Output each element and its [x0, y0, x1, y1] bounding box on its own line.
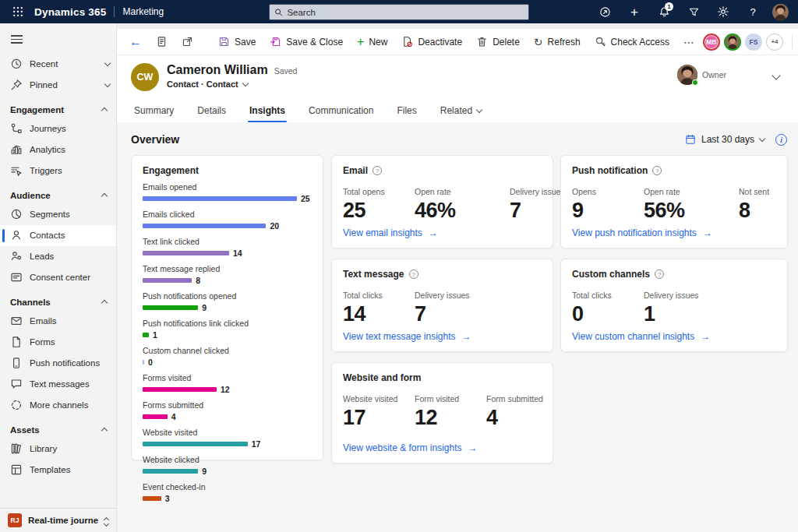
user-avatar[interactable]: [772, 4, 789, 20]
sidebar-item-recent[interactable]: Recent: [0, 54, 116, 75]
sidebar-item-forms[interactable]: Forms: [0, 332, 116, 353]
sidebar-item-label: Triggers: [30, 166, 110, 175]
bar: [143, 442, 248, 447]
divider: [792, 35, 793, 49]
new-button[interactable]: + New: [351, 33, 394, 51]
arrow-right-icon: →: [703, 227, 712, 238]
tab-communication[interactable]: Communication: [307, 100, 375, 122]
deactivate-icon: [401, 36, 413, 48]
help-icon[interactable]: ?: [655, 270, 664, 279]
card-title: Engagement: [143, 165, 199, 176]
sidebar-item-journeys[interactable]: Journeys: [0, 118, 116, 139]
sidebar-item-triggers[interactable]: Triggers: [0, 160, 116, 181]
notifications-icon[interactable]: 1: [654, 2, 674, 21]
tab-files[interactable]: Files: [395, 100, 418, 122]
refresh-button[interactable]: ↻ Refresh: [528, 33, 587, 51]
open-in-new-window-button[interactable]: [175, 32, 200, 51]
bar-value: 1: [153, 330, 157, 340]
save-and-close-button[interactable]: Save & Close: [263, 32, 349, 51]
metric-label: Open rate: [415, 187, 499, 196]
hamburger-menu-icon[interactable]: [0, 23, 116, 51]
tab-related[interactable]: Related: [439, 100, 483, 122]
sidebar-item-analytics[interactable]: Analytics: [0, 139, 116, 160]
tab-summary[interactable]: Summary: [132, 100, 175, 122]
sidebar-section-channels[interactable]: Channels: [0, 288, 116, 311]
sidebar-section-engagement[interactable]: Engagement: [0, 96, 116, 118]
view-text-message-insights-link[interactable]: View text message insights→: [343, 331, 542, 342]
bar-label: Text message replied: [143, 264, 312, 274]
section-title: Audience: [10, 191, 51, 200]
sidebar-item-push-notifications[interactable]: Push notifications: [0, 353, 116, 374]
brand-divider: [114, 6, 115, 17]
collaborator-avatar-photo[interactable]: [724, 33, 741, 51]
button-label: Save: [235, 37, 256, 48]
app-title[interactable]: Dynamics 365: [34, 6, 106, 18]
app-switcher-label: Real-time journey..: [28, 516, 98, 525]
tab-details[interactable]: Details: [196, 100, 228, 122]
search-input[interactable]: [287, 8, 524, 17]
sidebar-item-text-messages[interactable]: Text messages: [0, 374, 116, 395]
info-icon[interactable]: i: [775, 134, 787, 146]
more-commands-button[interactable]: ⋯: [677, 32, 701, 52]
owner-field[interactable]: Owner: [677, 65, 726, 85]
help-icon[interactable]: ?: [743, 2, 763, 21]
collaborator-avatar-fs[interactable]: FS: [745, 33, 762, 51]
sidebar-item-label: Analytics: [30, 145, 110, 154]
sidebar-item-templates[interactable]: Templates: [0, 460, 116, 481]
filter-icon[interactable]: [683, 2, 704, 21]
site-map-sidebar: Recent Pinned Engagement Journeys: [0, 23, 117, 532]
bar-label: Forms visited: [143, 373, 312, 383]
view-website-form-insights-link[interactable]: View website & form insights→: [343, 442, 542, 453]
metric-label: Total clicks: [572, 291, 633, 300]
sidebar-item-consent-center[interactable]: Consent center: [0, 267, 116, 288]
entity-path: Contact · Contact: [167, 79, 238, 89]
collaborator-avatar-overflow[interactable]: +4: [766, 33, 783, 51]
sidebar-item-pinned[interactable]: Pinned: [0, 75, 116, 96]
deactivate-button[interactable]: Deactivate: [395, 32, 468, 51]
sidebar-item-more-channels[interactable]: More channels: [0, 395, 116, 416]
sidebar-section-audience[interactable]: Audience: [0, 181, 116, 204]
metric-value: 56%: [644, 199, 728, 223]
delete-button[interactable]: Delete: [470, 32, 526, 51]
help-icon[interactable]: ?: [373, 166, 382, 175]
form-selector-button[interactable]: [150, 32, 174, 51]
arrow-right-icon: →: [462, 331, 471, 342]
metric-value: 8: [739, 199, 798, 223]
save-button[interactable]: Save: [212, 32, 262, 51]
sidebar-item-emails[interactable]: Emails: [0, 311, 116, 332]
entity-selector[interactable]: Contact · Contact: [167, 79, 297, 89]
metric-label: Open rate: [644, 187, 728, 196]
bar: [143, 305, 198, 311]
metric-value: 12: [415, 406, 475, 430]
add-icon[interactable]: +: [624, 2, 644, 21]
app-switcher[interactable]: RJ Real-time journey..: [0, 508, 116, 532]
arrow-right-icon: →: [429, 227, 438, 238]
view-custom-channel-insights-link[interactable]: View custom channel insights→: [572, 331, 776, 342]
help-icon[interactable]: ?: [652, 166, 662, 175]
header-expand-button[interactable]: [770, 65, 782, 85]
back-button[interactable]: ←: [123, 31, 148, 53]
date-range-filter[interactable]: Last 30 days: [685, 134, 764, 145]
tab-insights[interactable]: Insights: [248, 100, 287, 122]
button-label: Check Access: [611, 37, 669, 48]
view-push-insights-link[interactable]: View push notification insights→: [572, 227, 776, 238]
view-email-insights-link[interactable]: View email insights→: [343, 227, 542, 238]
waffle-menu-icon[interactable]: [8, 3, 28, 20]
text-message-insights-card: Text message ? Total clicks14 Delivery i…: [331, 259, 553, 352]
sidebar-item-segments[interactable]: Segments: [0, 204, 116, 225]
help-icon[interactable]: ?: [409, 270, 418, 279]
settings-gear-icon[interactable]: [713, 2, 733, 21]
check-access-button[interactable]: Check Access: [588, 32, 676, 51]
sidebar-item-contacts[interactable]: Contacts: [0, 225, 116, 246]
global-search[interactable]: [269, 4, 529, 20]
area-name[interactable]: Marketing: [122, 6, 164, 17]
bar-value: 12: [221, 385, 230, 394]
quick-launch-icon[interactable]: [595, 2, 615, 21]
bar: [143, 496, 161, 502]
collaborator-avatar-mb[interactable]: MB: [703, 33, 720, 51]
sidebar-section-assets[interactable]: Assets: [0, 416, 116, 439]
sidebar-item-leads[interactable]: Leads: [0, 246, 116, 267]
sidebar-item-library[interactable]: Library: [0, 439, 116, 460]
app-window: Dynamics 365 Marketing + 1 ?: [0, 0, 798, 532]
section-title-overview: Overview: [131, 133, 179, 146]
